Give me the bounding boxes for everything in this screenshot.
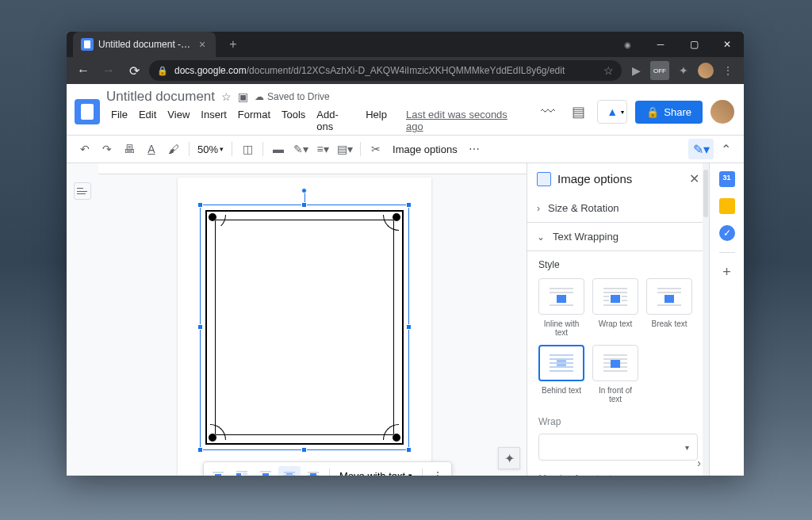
wrap-select[interactable]: ▾: [538, 434, 698, 461]
spellcheck-button[interactable]: A: [141, 139, 162, 159]
user-avatar[interactable]: [710, 100, 734, 124]
size-rotation-section[interactable]: › Size & Rotation: [527, 194, 709, 223]
crop-image-button[interactable]: ◫: [237, 139, 258, 159]
border-color-button[interactable]: ▬: [268, 139, 289, 159]
forward-button[interactable]: →: [98, 60, 119, 81]
wrap-option-break[interactable]: [646, 278, 692, 315]
rotate-handle[interactable]: [301, 188, 307, 193]
back-button[interactable]: ←: [73, 60, 94, 81]
minimize-button[interactable]: ─: [644, 32, 677, 57]
collapse-toolbar-button[interactable]: ⌃: [715, 139, 736, 159]
calendar-icon[interactable]: [719, 171, 735, 187]
resize-handle[interactable]: [197, 324, 203, 330]
resize-handle[interactable]: [406, 447, 412, 453]
menu-insert[interactable]: Insert: [196, 106, 232, 135]
svg-rect-17: [310, 473, 316, 476]
expand-panel-button[interactable]: ›: [697, 457, 701, 469]
wrap-option-behind[interactable]: [538, 345, 584, 381]
browser-menu-icon[interactable]: ⋮: [718, 61, 737, 80]
outline-toggle-button[interactable]: [74, 182, 91, 200]
share-button[interactable]: 🔒Share: [635, 101, 703, 124]
more-button[interactable]: ⋯: [464, 139, 485, 159]
inserted-image: [205, 210, 404, 445]
scrollbar[interactable]: [703, 163, 709, 476]
svg-rect-1: [215, 474, 221, 476]
image-float-toolbar: Move with text▾ ⋮: [203, 461, 452, 476]
extension-icon[interactable]: OFF: [650, 61, 669, 80]
explore-button[interactable]: ✦: [498, 447, 520, 469]
style-label: Style: [538, 259, 698, 270]
text-wrapping-section[interactable]: ⌄ Text Wrapping: [527, 223, 709, 251]
profile-avatar[interactable]: [698, 63, 714, 78]
saved-status[interactable]: ☁Saved to Drive: [255, 91, 330, 102]
editing-mode-button[interactable]: ✎▾: [688, 139, 714, 159]
svg-rect-21: [557, 295, 566, 303]
menu-view[interactable]: View: [163, 106, 194, 135]
close-button[interactable]: ✕: [710, 32, 744, 57]
move-with-text-dropdown[interactable]: Move with text▾: [335, 470, 417, 476]
menu-format[interactable]: Format: [233, 106, 275, 135]
star-icon[interactable]: ☆: [221, 90, 232, 103]
activity-icon[interactable]: 〰: [537, 101, 559, 123]
float-toolbar-menu[interactable]: ⋮: [427, 465, 448, 476]
inline-wrap-button[interactable]: [207, 466, 229, 476]
image-options-button[interactable]: Image options: [388, 143, 462, 155]
menu-tools[interactable]: Tools: [277, 106, 310, 135]
image-selection[interactable]: [200, 205, 409, 450]
redo-button[interactable]: ↷: [97, 139, 117, 159]
horizontal-ruler[interactable]: [98, 163, 527, 174]
svg-rect-9: [262, 473, 269, 476]
paint-format-button[interactable]: 🖌: [163, 139, 184, 159]
tab-close-icon[interactable]: ×: [197, 39, 208, 50]
print-button[interactable]: 🖶: [119, 139, 140, 159]
resize-handle[interactable]: [197, 447, 203, 453]
crop-button[interactable]: ✂: [366, 139, 386, 159]
image-rotate-button[interactable]: ▤▾: [335, 139, 355, 159]
menu-file[interactable]: File: [106, 106, 132, 135]
behind-text-button[interactable]: [278, 466, 301, 476]
docs-logo-icon[interactable]: [75, 99, 100, 124]
add-addon-button[interactable]: +: [722, 264, 731, 281]
menu-edit[interactable]: Edit: [134, 106, 161, 135]
tasks-icon[interactable]: [719, 225, 735, 241]
resize-handle[interactable]: [406, 324, 412, 330]
resize-handle[interactable]: [197, 202, 203, 208]
document-canvas[interactable]: Move with text▾ ⋮ ✦: [98, 163, 527, 476]
menu-help[interactable]: Help: [361, 106, 392, 135]
bookmark-star-icon[interactable]: ☆: [603, 64, 614, 77]
svg-rect-25: [611, 295, 620, 303]
audio-icon[interactable]: ◉: [611, 32, 644, 57]
undo-button[interactable]: ↶: [75, 139, 95, 159]
reload-button[interactable]: ⟳: [124, 60, 144, 81]
wrap-text-button[interactable]: [231, 466, 253, 476]
last-edit-link[interactable]: Last edit was seconds ago: [401, 106, 530, 135]
wrap-option-wrap[interactable]: [592, 278, 638, 315]
present-button[interactable]: ▲: [597, 100, 627, 124]
maximize-button[interactable]: ▢: [677, 32, 710, 57]
svg-rect-4: [236, 473, 241, 476]
break-text-button[interactable]: [255, 466, 277, 476]
move-icon[interactable]: ▣: [238, 90, 248, 103]
extensions-button[interactable]: ✦: [674, 61, 693, 80]
lock-icon: 🔒: [157, 66, 168, 76]
document-title[interactable]: Untitled document: [106, 89, 215, 105]
close-panel-button[interactable]: ✕: [689, 171, 699, 186]
border-dash-button[interactable]: ≡▾: [312, 139, 333, 159]
wrap-option-inline[interactable]: [538, 278, 584, 315]
front-text-button[interactable]: [302, 466, 324, 476]
wrap-option-label: Behind text: [542, 386, 581, 395]
address-bar[interactable]: 🔒 docs.google.com/document/d/12XCsAzhXi-…: [149, 60, 622, 81]
menu-addons[interactable]: Add-ons: [312, 106, 359, 135]
browser-tab[interactable]: Untitled document - Google Doc ×: [73, 32, 216, 57]
new-tab-button[interactable]: +: [222, 33, 244, 55]
comments-icon[interactable]: ▤: [567, 101, 589, 123]
border-weight-button[interactable]: ✎▾: [290, 139, 311, 159]
resize-handle[interactable]: [301, 202, 307, 208]
keep-icon[interactable]: [719, 198, 735, 214]
resize-handle[interactable]: [406, 202, 412, 208]
resize-handle[interactable]: [301, 447, 307, 453]
zoom-dropdown[interactable]: 50%▾: [194, 143, 227, 155]
wrap-option-label: Wrap text: [599, 319, 633, 328]
wrap-option-front[interactable]: [592, 345, 638, 381]
extension-icon[interactable]: ▶: [626, 61, 645, 80]
